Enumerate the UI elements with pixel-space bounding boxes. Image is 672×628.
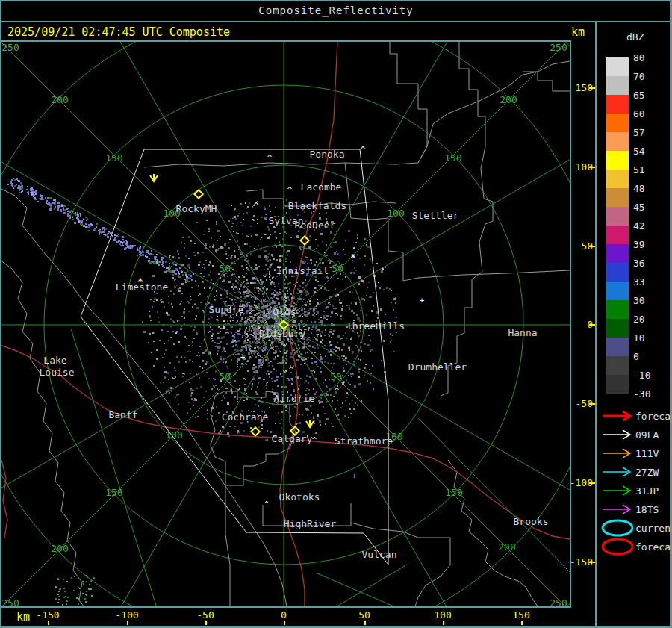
county-boundary-line <box>523 72 570 91</box>
right-axis-tick <box>589 403 595 405</box>
summit-caret-marker: ^ <box>254 201 259 211</box>
range-ring-label-200: 200 <box>500 94 517 105</box>
bottom-axis-tick-label: -100 <box>115 609 138 621</box>
colorbar-stop-label: 45 <box>633 202 645 213</box>
radar-map-canvas[interactable]: 5050505010010010010015015015015020020020… <box>0 42 570 606</box>
bottom-axis-tick-label: 100 <box>434 609 451 621</box>
legend-label: forecast <box>635 541 672 553</box>
county-boundary-line <box>390 42 427 163</box>
bottom-axis-tick-label: 50 <box>358 609 370 621</box>
city-label-reddeer: RedDeer <box>295 220 336 231</box>
city-label-strathmore: Strathmore <box>335 435 393 447</box>
forecast-ellipse-icon <box>600 538 634 556</box>
county-boundary-line <box>0 260 84 606</box>
legend-row-current: current <box>600 519 671 538</box>
bottom-axis-tick <box>364 621 366 625</box>
title-bar[interactable]: Composite_Reflectivity <box>0 0 672 22</box>
colorbar-swatch-48 <box>606 188 629 207</box>
city-label-hanna: Hanna <box>508 327 537 338</box>
right-axis-tick <box>589 87 595 89</box>
range-ring-label-250: 250 <box>550 42 567 53</box>
colorbar-swatch-80 <box>606 57 629 76</box>
09EA-arrow-icon <box>600 426 634 444</box>
range-ring-label-50: 50 <box>332 263 343 274</box>
legend-row-forecast: forecast <box>600 407 671 426</box>
colorbar-swatch-39 <box>606 244 629 263</box>
city-label-brooks: Brooks <box>514 516 549 527</box>
legend-row-27ZW: 27ZW <box>600 463 671 482</box>
colorbar-stop-label: -10 <box>633 370 650 381</box>
legend-row-111V: 111V <box>600 444 671 463</box>
colorbar-swatch-30 <box>606 300 629 319</box>
summit-caret-marker: ^ <box>267 153 273 163</box>
city-label-highriver: HighRiver <box>284 518 337 529</box>
bottom-axis-tick <box>284 621 285 625</box>
range-ring-label-200: 200 <box>498 541 515 553</box>
colorbar-stop-label: 42 <box>633 220 645 231</box>
colorbar-swatch-33 <box>606 282 629 300</box>
county-boundary-line <box>448 460 538 606</box>
radar-map[interactable]: 5050505010010010010015015015015020020020… <box>0 42 570 606</box>
city-label-cochrane: Cochrane <box>222 411 269 423</box>
colorbar-swatch-57 <box>606 132 629 151</box>
timestamp-label: 2025/09/21 02:47:45 UTC Composite <box>7 25 230 39</box>
county-boundary-line <box>418 61 570 163</box>
asterisk-marker: * <box>350 252 356 263</box>
colorbar-swatch-36 <box>606 263 629 282</box>
legend-label: 09EA <box>635 429 659 441</box>
colorbar-stop-label: 70 <box>633 71 645 82</box>
down-arrow-icon <box>150 174 158 181</box>
window-title: Composite_Reflectivity <box>258 4 413 16</box>
right-axis-tick <box>589 324 595 326</box>
colorbar-swatch-20 <box>606 319 629 338</box>
colorbar-swatch-60 <box>606 114 629 132</box>
legend-label: 18TS <box>635 504 659 515</box>
colorbar-stop-label: 0 <box>633 351 639 362</box>
colorbar-stop-label: 60 <box>633 108 645 119</box>
status-row: 2025/09/21 02:47:45 UTC Composite km <box>0 22 595 40</box>
county-boundary-line <box>225 485 230 606</box>
station-diamond-icon[interactable] <box>251 427 259 435</box>
city-label-ponoka: Ponoka <box>310 149 345 160</box>
graticule-line <box>418 418 570 572</box>
forecast-arrow-icon <box>600 407 634 426</box>
bottom-axis-tick-label: 150 <box>512 609 529 621</box>
right-axis-tick <box>589 167 595 168</box>
plus-marker: + <box>352 471 358 481</box>
colorbar-stop-label: 30 <box>633 295 645 306</box>
range-ring-label-250: 250 <box>550 597 567 606</box>
legend-row-forecast: forecast <box>600 538 671 556</box>
colorbar-swatch-54 <box>606 151 629 170</box>
18TS-arrow-icon <box>600 500 634 519</box>
range-ring-label-100: 100 <box>165 429 182 441</box>
city-label-olds: Olds <box>273 306 296 317</box>
legend-row-09EA: 09EA <box>600 426 671 444</box>
colorbar-stop-label: -30 <box>633 388 650 400</box>
graticule-line <box>317 573 397 606</box>
colorbar-stop-label: 20 <box>633 314 645 325</box>
colorbar-swatch-10 <box>606 338 629 356</box>
city-label-drumheller: Drumheller <box>408 361 467 373</box>
city-label-didsbury: Didsbury <box>259 328 306 339</box>
city-label-stettler: Stettler <box>412 210 459 221</box>
colorbar-swatch-42 <box>606 226 629 244</box>
bottom-axis-tick <box>127 621 128 625</box>
county-boundary-line <box>351 523 450 606</box>
city-label-louise: Louise <box>40 367 75 378</box>
down-arrow-icon <box>306 420 314 427</box>
summit-caret-marker: ^ <box>289 365 294 375</box>
current-ellipse-icon <box>600 519 634 538</box>
city-label-vulcan: Vulcan <box>362 549 397 560</box>
range-ring-label-200: 200 <box>51 94 68 105</box>
colorbar-stop-label: 36 <box>633 258 645 269</box>
colorbar-swatch-45 <box>606 207 629 226</box>
range-ring-label-200: 200 <box>51 543 68 554</box>
city-label-airdrie: Airdrie <box>274 393 315 404</box>
bottom-axis-tick <box>443 621 444 625</box>
plus-marker: + <box>420 296 425 305</box>
summit-caret-marker: ^ <box>287 185 293 195</box>
right-axis-tick <box>589 562 595 563</box>
city-label-okotoks: Okotoks <box>279 491 320 503</box>
range-ring-label-250: 250 <box>1 597 19 606</box>
colorbar-stop-label: 33 <box>633 276 645 287</box>
